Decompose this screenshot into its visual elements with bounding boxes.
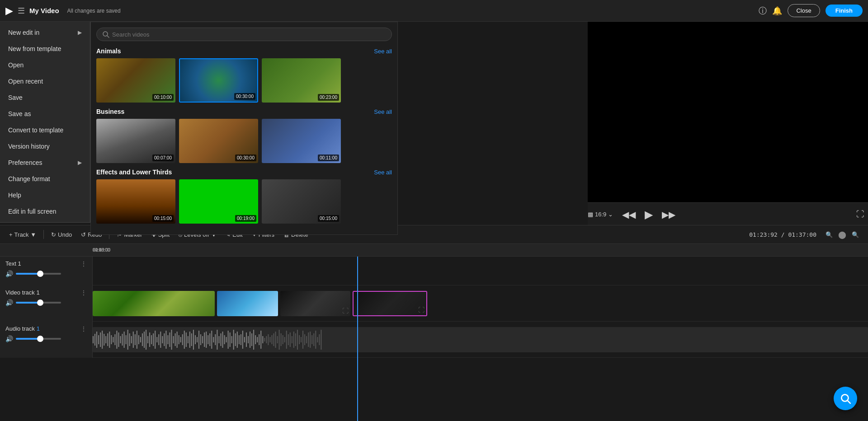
business-see-all[interactable]: See all bbox=[374, 108, 392, 115]
search-input[interactable] bbox=[112, 31, 386, 38]
track-options-video1[interactable]: ⋮ bbox=[80, 289, 87, 296]
svg-rect-124 bbox=[315, 331, 316, 349]
fab-search-button[interactable] bbox=[834, 387, 857, 410]
svg-rect-50 bbox=[180, 337, 181, 342]
track-options-text1[interactable]: ⋮ bbox=[80, 260, 87, 267]
menu-item-open[interactable]: Open bbox=[0, 57, 90, 73]
help-button[interactable]: ⓘ bbox=[759, 5, 767, 16]
volume-slider-video1[interactable] bbox=[16, 302, 61, 304]
effects-see-all[interactable]: See all bbox=[374, 169, 392, 176]
svg-rect-89 bbox=[251, 333, 252, 346]
volume-slider-audio1[interactable] bbox=[16, 338, 61, 340]
track-row-text1: Text 1 ⋮ 🔊 bbox=[0, 257, 868, 285]
menu-item-new-from-template[interactable]: New from template bbox=[0, 41, 90, 57]
clip-selected[interactable]: ⛶ bbox=[353, 291, 427, 316]
track-options-audio1[interactable]: ⋮ bbox=[80, 325, 87, 332]
toolbar-divider bbox=[43, 230, 44, 239]
thumbnail-business2[interactable]: 00:30:00 bbox=[179, 119, 258, 163]
svg-rect-116 bbox=[301, 337, 302, 342]
monitor-icon: ▩ bbox=[588, 211, 593, 218]
thumbnail-business3[interactable]: 00:11:00 bbox=[262, 119, 341, 163]
menu-item-preferences[interactable]: Preferences ▶ bbox=[0, 154, 90, 171]
svg-rect-105 bbox=[281, 333, 282, 346]
clip-dark[interactable]: ⛶ bbox=[280, 291, 350, 316]
track-name-video1: Video track 1 bbox=[5, 289, 40, 296]
thumbnail-insect[interactable]: 00:23:00 bbox=[262, 58, 341, 103]
hamburger-icon[interactable]: ☰ bbox=[18, 6, 25, 16]
track-label-text1: Text 1 ⋮ 🔊 bbox=[0, 257, 93, 285]
svg-rect-80 bbox=[235, 333, 236, 346]
add-track-button[interactable]: + + Track Track ▼ bbox=[5, 229, 40, 240]
thumbnail-effects1[interactable]: 00:15:00 bbox=[96, 179, 175, 224]
logo-icon: ▶ bbox=[5, 5, 13, 17]
animals-thumbnails: 00:10:00 00:30:00 00:23:00 bbox=[96, 58, 392, 103]
svg-rect-20 bbox=[126, 335, 127, 344]
notifications-button[interactable]: 🔔 bbox=[772, 6, 782, 16]
svg-rect-113 bbox=[295, 333, 296, 346]
svg-rect-125 bbox=[317, 337, 318, 342]
thumb-duration: 00:07:00 bbox=[152, 154, 174, 161]
timeline-zoom-in-button[interactable]: 🔍 bbox=[822, 229, 836, 240]
business-title: Business bbox=[96, 108, 124, 115]
svg-rect-114 bbox=[297, 330, 298, 350]
svg-rect-49 bbox=[179, 335, 179, 344]
menu-item-edit-fullscreen[interactable]: Edit in full screen bbox=[0, 203, 90, 220]
svg-rect-43 bbox=[167, 335, 168, 344]
svg-rect-74 bbox=[224, 335, 225, 344]
menu-item-change-format[interactable]: Change format bbox=[0, 171, 90, 187]
svg-rect-126 bbox=[319, 334, 320, 345]
clip-beach[interactable] bbox=[217, 291, 278, 316]
svg-rect-127 bbox=[321, 330, 321, 350]
finish-button[interactable]: Finish bbox=[826, 5, 863, 17]
clip-vegetables[interactable] bbox=[93, 291, 215, 316]
thumbnail-chameleon[interactable]: 00:30:00 bbox=[179, 58, 258, 103]
close-button[interactable]: Close bbox=[788, 4, 820, 17]
track-content-video1: ⛶ ⛶ bbox=[93, 285, 868, 321]
svg-rect-37 bbox=[156, 337, 157, 342]
svg-rect-87 bbox=[248, 336, 249, 343]
thumbnail-tiger[interactable]: 00:10:00 bbox=[96, 58, 175, 103]
saved-status: All changes are saved bbox=[67, 8, 121, 14]
track-name-text1: Text 1 bbox=[5, 260, 21, 267]
aspect-ratio-selector[interactable]: ▩ 16:9 ⌄ bbox=[588, 211, 613, 218]
thumb-duration: 00:23:00 bbox=[318, 94, 339, 101]
svg-rect-118 bbox=[304, 334, 305, 345]
svg-rect-63 bbox=[204, 332, 205, 347]
time-display: 01:23:92 / 01:37:00 bbox=[749, 231, 816, 238]
thumbnail-effects2[interactable]: 00:19:00 bbox=[179, 179, 258, 224]
skip-forward-button[interactable]: ▶▶ bbox=[662, 209, 675, 220]
svg-rect-60 bbox=[198, 331, 199, 349]
svg-rect-15 bbox=[116, 331, 117, 349]
thumbnail-business1[interactable]: 00:07:00 bbox=[96, 119, 175, 163]
menu-item-version-history[interactable]: Version history bbox=[0, 138, 90, 154]
track-name-row: Text 1 ⋮ bbox=[5, 260, 87, 267]
zoom-out-icon: 🔍 bbox=[852, 231, 859, 238]
undo-button[interactable]: ↻ Undo bbox=[47, 229, 75, 240]
video-preview bbox=[588, 22, 868, 202]
menu-item-save-as[interactable]: Save as bbox=[0, 106, 90, 122]
skip-back-button[interactable]: ◀◀ bbox=[622, 209, 636, 220]
timeline-zoom-out-button[interactable]: 🔍 bbox=[848, 229, 863, 240]
menu-item-save[interactable]: Save bbox=[0, 89, 90, 106]
topbar-right: ⓘ 🔔 Close Finish bbox=[759, 4, 863, 17]
thumbnail-effects3[interactable]: 00:15:00 bbox=[262, 179, 341, 224]
svg-rect-99 bbox=[269, 337, 270, 342]
thumb-duration: 00:15:00 bbox=[152, 215, 174, 222]
svg-rect-76 bbox=[228, 331, 229, 349]
svg-rect-36 bbox=[155, 331, 156, 349]
video-controls: ▩ 16:9 ⌄ ◀◀ ▶ ▶▶ ⛶ bbox=[588, 202, 868, 226]
volume-slider-text1[interactable] bbox=[16, 273, 61, 275]
fullscreen-button[interactable]: ⛶ bbox=[856, 210, 864, 219]
volume-icon-video1: 🔊 bbox=[5, 299, 13, 306]
svg-rect-16 bbox=[118, 332, 119, 347]
menu-item-new-edit-in[interactable]: New edit in ▶ bbox=[0, 24, 90, 41]
svg-rect-71 bbox=[218, 336, 219, 343]
animals-category-header: Animals See all bbox=[96, 47, 392, 55]
menu-item-convert-to-template[interactable]: Convert to template bbox=[0, 122, 90, 138]
play-button[interactable]: ▶ bbox=[645, 208, 653, 221]
menu-item-open-recent[interactable]: Open recent bbox=[0, 73, 90, 89]
track-name-audio1: Audio track 1 bbox=[5, 325, 40, 332]
business-category-header: Business See all bbox=[96, 108, 392, 115]
animals-see-all[interactable]: See all bbox=[374, 48, 392, 55]
menu-item-help[interactable]: Help bbox=[0, 187, 90, 203]
